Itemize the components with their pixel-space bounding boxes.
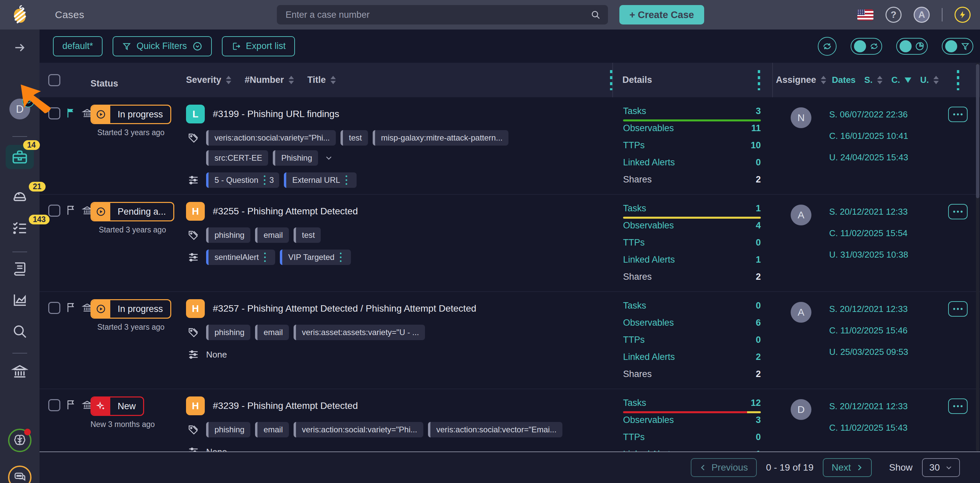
severity-chip[interactable]: L [186, 105, 205, 123]
detail-label[interactable]: TTPs [623, 238, 645, 248]
row-checkbox[interactable] [48, 399, 60, 411]
custom-field-chip[interactable]: sentinelAlert [206, 250, 275, 265]
export-list-button[interactable]: Export list [222, 36, 295, 56]
detail-label[interactable]: Linked Alerts [623, 157, 675, 168]
column-drag-handle[interactable] [957, 70, 959, 90]
status-badge[interactable]: In progress [91, 105, 171, 124]
sidebar-item-dashboards[interactable] [0, 292, 40, 308]
create-case-button[interactable]: + Create Case [619, 5, 704, 24]
case-title[interactable]: #3239 - Phishing Attempt Detected [213, 400, 358, 411]
case-tag[interactable]: veris:action:social:variety="Phi... [206, 130, 336, 145]
row-actions-button[interactable] [948, 301, 967, 317]
case-tag[interactable]: veris:action:social:vector="Emai... [428, 422, 563, 437]
column-drag-handle[interactable] [758, 70, 760, 90]
detail-label[interactable]: Observables [623, 415, 674, 425]
detail-label[interactable]: Shares [623, 272, 652, 282]
filter-preset-button[interactable]: default* [53, 36, 103, 56]
detail-label[interactable]: TTPs [623, 335, 645, 345]
custom-field-chip[interactable]: 5 - Question 3 [206, 172, 279, 188]
case-row[interactable]: Pending a... Started 3 years ago H #3255… [40, 194, 980, 292]
column-header-severity[interactable]: Severity [186, 75, 231, 85]
detail-label[interactable]: TTPs [623, 432, 645, 442]
detail-label[interactable]: Tasks [623, 398, 646, 408]
detail-label[interactable]: Tasks [623, 301, 646, 311]
case-tag[interactable]: email [255, 422, 289, 437]
status-badge[interactable]: New [91, 397, 144, 416]
detail-label[interactable]: Linked Alerts [623, 449, 675, 451]
auto-refresh-toggle[interactable] [851, 38, 882, 55]
column-drag-handle[interactable] [610, 70, 612, 90]
case-number-search-input[interactable] [277, 10, 590, 20]
page-size-select[interactable]: 30 [922, 458, 960, 477]
scrollbar-thumb[interactable] [976, 64, 979, 198]
column-header-start-date[interactable]: S. [864, 75, 883, 85]
lightning-icon[interactable] [955, 7, 970, 23]
sidebar-item-alerts[interactable]: 21 [0, 187, 40, 203]
quick-filters-button[interactable]: Quick Filters [113, 36, 212, 56]
column-header-assignee[interactable]: Assignee [776, 75, 826, 85]
case-tag[interactable]: test [294, 227, 321, 243]
expand-tags-chevron-icon[interactable] [324, 153, 334, 163]
help-icon[interactable]: ? [886, 7, 902, 23]
case-tag[interactable]: veris:action:social:variety="Phi... [294, 422, 423, 437]
detail-label[interactable]: Shares [623, 174, 652, 185]
stats-toggle[interactable] [896, 38, 928, 55]
detail-label[interactable]: Linked Alerts [623, 352, 675, 362]
case-title[interactable]: #3255 - Phishing Attempt Detected [213, 206, 358, 217]
case-tag[interactable]: misp-galaxy:mitre-attack-pattern... [373, 130, 509, 145]
case-tag[interactable]: email [255, 227, 289, 243]
flag-outline-icon[interactable] [66, 399, 76, 411]
case-tag[interactable]: phishing [206, 325, 250, 340]
assignee-avatar[interactable]: N [791, 107, 811, 128]
severity-chip[interactable]: H [186, 299, 205, 318]
user-avatar[interactable]: A [914, 7, 930, 23]
case-tag[interactable]: Phishing [273, 150, 318, 166]
row-actions-button[interactable] [948, 204, 967, 219]
sidebar-feedback[interactable] [0, 465, 40, 483]
flag-icon[interactable] [66, 107, 76, 119]
sidebar-expand-button[interactable] [0, 41, 40, 54]
sidebar-cortex-status[interactable] [0, 429, 40, 452]
status-badge[interactable]: Pending a... [91, 202, 174, 222]
detail-label[interactable]: Linked Alerts [623, 255, 675, 265]
case-title[interactable]: #3199 - Phishing URL findings [213, 109, 339, 120]
detail-label[interactable]: Tasks [623, 203, 646, 214]
severity-chip[interactable]: H [186, 397, 205, 415]
sidebar-item-tasks[interactable]: 143 [0, 219, 40, 236]
case-title[interactable]: #3257 - Phishing Attempt Detected / Phis… [213, 303, 476, 314]
custom-field-chip[interactable]: External URL [284, 172, 356, 188]
column-header-created-date[interactable]: C. [891, 75, 911, 85]
detail-label[interactable]: Tasks [623, 106, 646, 116]
assignee-avatar[interactable]: A [791, 302, 811, 323]
row-actions-button[interactable] [948, 107, 967, 122]
detail-label[interactable]: Observables [623, 318, 674, 328]
detail-label[interactable]: Shares [623, 369, 652, 379]
sidebar-item-docs[interactable] [0, 260, 40, 276]
case-row[interactable]: In progress Started 3 years ago L #3199 … [40, 97, 980, 194]
detail-label[interactable]: Observables [623, 220, 674, 231]
column-header-details[interactable]: Details [622, 75, 652, 85]
case-tag[interactable]: phishing [206, 422, 250, 437]
case-tag[interactable]: test [340, 130, 368, 145]
column-header-title[interactable]: Title [307, 75, 336, 85]
severity-chip[interactable]: H [186, 202, 205, 221]
case-tag[interactable]: veris:asset:assets:variety="U - ... [294, 325, 425, 340]
row-checkbox[interactable] [48, 302, 60, 314]
app-logo[interactable] [0, 5, 40, 24]
case-tag[interactable]: email [255, 325, 289, 340]
sidebar-item-cases[interactable]: 14 [0, 145, 40, 169]
column-header-number[interactable]: #Number [245, 75, 294, 85]
detail-label[interactable]: TTPs [623, 140, 645, 151]
search-icon[interactable] [590, 10, 601, 20]
flag-outline-icon[interactable] [66, 205, 76, 216]
refresh-button[interactable] [818, 37, 837, 56]
filters-toggle[interactable] [942, 38, 973, 55]
case-row[interactable]: In progress Started 3 years ago H #3257 … [40, 292, 980, 389]
sidebar-item-search[interactable] [0, 324, 40, 340]
case-tag[interactable]: phishing [206, 227, 250, 243]
assignee-avatar[interactable]: A [791, 205, 811, 225]
row-checkbox[interactable] [48, 205, 60, 217]
language-flag-us-icon[interactable] [858, 10, 873, 21]
custom-field-chip[interactable]: VIP Targeted [280, 250, 351, 265]
sidebar-item-organisation[interactable] [0, 363, 40, 380]
